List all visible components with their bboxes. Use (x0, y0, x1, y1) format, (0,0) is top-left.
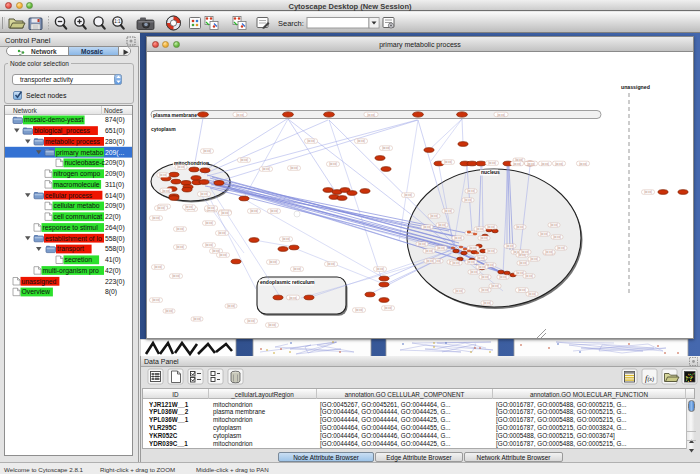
svg-text:(xx xx): (xx xx) (481, 275, 489, 279)
svg-text:209(0): 209(0) (105, 202, 125, 210)
svg-text:(xx xx): (xx xx) (499, 275, 507, 279)
svg-text:41(0): 41(0) (105, 256, 121, 264)
svg-text:874(0): 874(0) (105, 116, 125, 124)
svg-text:Search:: Search: (278, 19, 304, 28)
svg-text:(xx xx): (xx xx) (553, 235, 561, 239)
svg-text:(xx xx): (xx xx) (205, 243, 213, 247)
svg-text:(xx xx): (xx xx) (430, 214, 438, 218)
svg-text:cell communicat: cell communicat (54, 213, 103, 220)
svg-text:(xx xx): (xx xx) (165, 309, 173, 313)
svg-text:(xx xx): (xx xx) (423, 225, 431, 229)
svg-text:metabolic process: metabolic process (45, 138, 100, 146)
svg-text:macromolecule: macromolecule (54, 181, 100, 188)
svg-text:(xx xx): (xx xx) (418, 242, 426, 246)
svg-text:nitrogen compo: nitrogen compo (54, 170, 101, 178)
svg-text:(xx xx): (xx xx) (152, 298, 160, 302)
svg-text:(xx xx): (xx xx) (518, 288, 526, 292)
svg-text:22(0): 22(0) (105, 213, 121, 221)
svg-text:(xx xx): (xx xx) (476, 227, 484, 231)
svg-text:(xx xx): (xx xx) (480, 236, 488, 240)
svg-text:1:1: 1:1 (114, 19, 121, 24)
svg-text:(xx xx): (xx xx) (467, 260, 475, 264)
svg-text:mosaic-demo-yeast: mosaic-demo-yeast (24, 116, 83, 124)
svg-text:(xx xx): (xx xx) (464, 198, 472, 202)
svg-text:(xx xx): (xx xx) (438, 223, 446, 227)
svg-text:209(0): 209(0) (105, 159, 125, 167)
svg-text:(xx xx): (xx xx) (540, 232, 548, 236)
svg-text:(xx xx): (xx xx) (376, 267, 384, 271)
svg-text:280(0): 280(0) (105, 138, 125, 146)
svg-text:(xx xx): (xx xx) (528, 292, 536, 296)
svg-text:(xx xx): (xx xx) (193, 317, 201, 321)
svg-text:response to stimul: response to stimul (43, 224, 99, 232)
svg-text:(xx xx): (xx xx) (382, 146, 390, 150)
svg-text:(xx xx): (xx xx) (185, 205, 193, 209)
svg-text:(xx xx): (xx xx) (177, 165, 185, 169)
svg-text:558(0): 558(0) (105, 235, 125, 243)
svg-text:223(0): 223(0) (105, 278, 125, 286)
svg-text:209(0): 209(0) (105, 170, 125, 178)
svg-text:(xx xx): (xx xx) (152, 216, 160, 220)
svg-text:(xx xx): (xx xx) (367, 113, 375, 117)
svg-text:endoplasmic reticulum: endoplasmic reticulum (260, 279, 315, 285)
svg-text:(xx xx): (xx xx) (221, 211, 229, 215)
svg-text:(xx xx): (xx xx) (497, 113, 505, 117)
svg-text:establishment of lo: establishment of lo (45, 235, 102, 242)
svg-text:biological_process: biological_process (34, 127, 91, 135)
svg-text:(xx xx): (xx xx) (550, 223, 558, 227)
svg-text:(xx xx): (xx xx) (444, 160, 452, 164)
svg-text:unassigned: unassigned (621, 84, 650, 90)
svg-text:multi-organism pro: multi-organism pro (43, 267, 99, 275)
svg-text:primary metabo: primary metabo (56, 149, 103, 157)
svg-text:614(0): 614(0) (105, 192, 125, 200)
svg-text:(xx xx): (xx xx) (268, 323, 276, 327)
svg-text:(xx xx): (xx xx) (327, 262, 335, 266)
svg-text:(xx xx): (xx xx) (172, 274, 180, 278)
svg-text:(xx xx): (xx xx) (541, 162, 549, 166)
svg-text:651(0): 651(0) (105, 127, 125, 135)
svg-text:(xx xx): (xx xx) (384, 306, 392, 310)
svg-text:(xx xx): (xx xx) (307, 139, 315, 143)
svg-text:(xx xx): (xx xx) (454, 236, 462, 240)
svg-text:(xx xx): (xx xx) (207, 206, 215, 210)
svg-text:(xx xx): (xx xx) (282, 237, 290, 241)
svg-text:(xx xx): (xx xx) (219, 253, 227, 257)
svg-text:8(0): 8(0) (105, 288, 117, 296)
svg-text:(xx xx): (xx xx) (425, 249, 433, 253)
svg-text:(xx xx): (xx xx) (506, 244, 514, 248)
svg-text:(xx xx): (xx xx) (487, 249, 495, 253)
svg-text:(xx xx): (xx xx) (483, 301, 491, 305)
svg-text:(xx xx): (xx xx) (545, 250, 553, 254)
svg-text:(xx xx): (xx xx) (557, 246, 565, 250)
svg-text:(xx xx): (xx xx) (481, 288, 489, 292)
svg-text:cellular process: cellular process (45, 192, 93, 200)
svg-text:(xx xx): (xx xx) (579, 162, 587, 166)
svg-text:(xx xx): (xx xx) (519, 261, 527, 265)
svg-text:plasma membrane: plasma membrane (153, 112, 197, 118)
svg-text:(xx xx): (xx xx) (444, 209, 452, 213)
svg-text:(xx xx): (xx xx) (452, 261, 460, 265)
svg-text:558(0): 558(0) (105, 245, 125, 253)
svg-text:(xx xx): (xx xx) (355, 308, 363, 312)
svg-text:(xx xx): (xx xx) (270, 209, 278, 213)
svg-text:(xx xx): (xx xx) (455, 289, 463, 293)
svg-text:nucleobase-c: nucleobase-c (65, 159, 106, 166)
svg-text:(xx xx): (xx xx) (437, 246, 445, 250)
svg-text:(xx xx): (xx xx) (203, 149, 211, 153)
svg-text:(xx xx): (xx xx) (290, 166, 298, 170)
svg-text:311(0): 311(0) (105, 181, 124, 189)
svg-text:(xx xx): (xx xx) (555, 162, 563, 166)
svg-text:(xx xx): (xx xx) (227, 304, 235, 308)
svg-text:(xx xx): (xx xx) (516, 225, 524, 229)
svg-text:(xx xx): (xx xx) (162, 189, 170, 193)
svg-text:(xx xx): (xx xx) (176, 245, 184, 249)
svg-text:(xx xx): (xx xx) (154, 265, 162, 269)
svg-text:(xx xx): (xx xx) (236, 113, 244, 117)
svg-text:cytoplasm: cytoplasm (151, 126, 176, 132)
svg-text:(xx xx): (xx xx) (247, 319, 255, 323)
svg-text:(xx xx): (xx xx) (269, 260, 277, 264)
svg-text:Overview: Overview (22, 288, 50, 295)
svg-text:209(...: 209(... (105, 149, 124, 157)
svg-text:(xx xx): (xx xx) (470, 270, 478, 274)
svg-text:(xx xx): (xx xx) (176, 227, 184, 231)
